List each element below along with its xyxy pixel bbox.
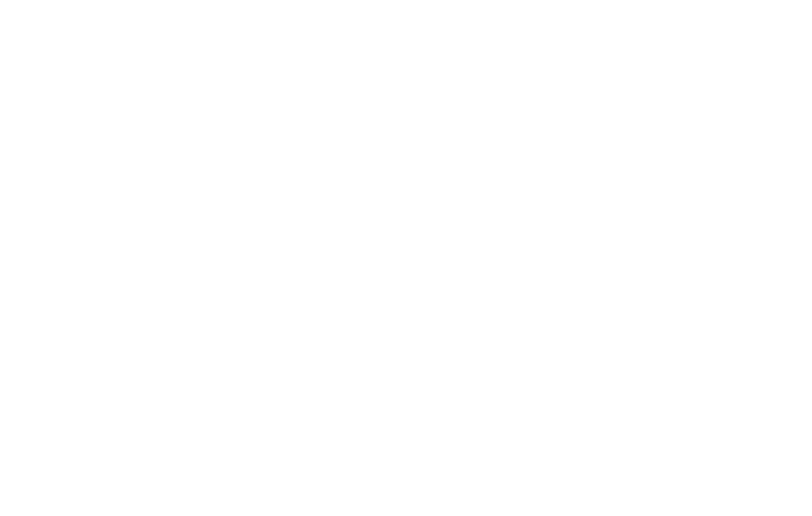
diagram-container (0, 0, 812, 516)
uml-diagram-svg (0, 0, 812, 516)
